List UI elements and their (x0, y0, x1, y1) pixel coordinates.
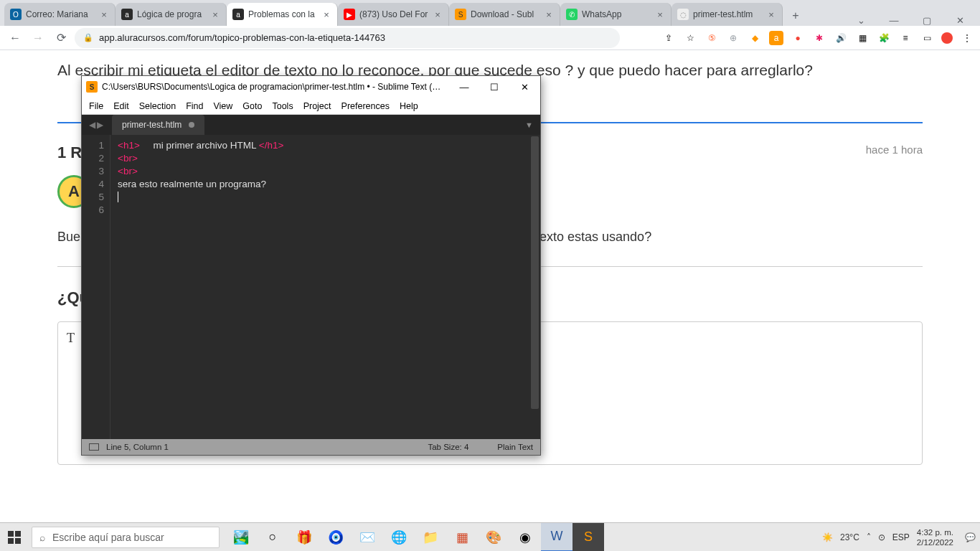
sublime-file-tab[interactable]: primer-test.htlm (112, 115, 204, 135)
menu-goto[interactable]: Goto (242, 101, 262, 111)
tray-notifications-icon[interactable]: 💬 (965, 532, 976, 542)
ext-icon[interactable]: a (769, 31, 783, 45)
tray-location-icon[interactable]: ⊙ (878, 532, 885, 542)
tab-local-file[interactable]: ◌primer-test.htlm× (672, 3, 783, 26)
taskbar-explorer-icon[interactable]: 📁 (415, 523, 446, 552)
tab-whatsapp[interactable]: ✆WhatsApp× (560, 3, 672, 26)
minimize-icon[interactable]: — (456, 82, 473, 93)
editor-scrollbar[interactable] (531, 136, 539, 409)
code-area[interactable]: <h1> mi primer archivo HTML </h1><br><br… (110, 135, 540, 439)
taskbar-word-icon[interactable]: W (541, 523, 573, 552)
close-icon[interactable]: ✕ (950, 15, 970, 26)
taskbar-edge-icon[interactable]: 🌐 (383, 523, 415, 552)
ext-icon[interactable]: 🔊 (834, 31, 848, 45)
ext-icon[interactable]: ✱ (812, 31, 826, 45)
sublime-window: S C:\Users\BURS\Documents\Logica de prog… (81, 75, 541, 456)
ext-icon[interactable]: ⑤ (705, 31, 719, 45)
reading-list-icon[interactable]: ≡ (898, 31, 913, 45)
tab-mail[interactable]: OCorreo: Mariana× (4, 3, 116, 26)
menu-find[interactable]: Find (186, 101, 203, 111)
close-icon[interactable]: ✕ (516, 82, 533, 93)
back-icon[interactable]: ← (6, 29, 24, 47)
minimize-icon[interactable]: — (884, 15, 904, 26)
menu-project[interactable]: Project (303, 101, 331, 111)
reply-placeholder: T (67, 331, 75, 346)
status-syntax[interactable]: Plain Text (497, 443, 533, 451)
tab-alura-1[interactable]: aLógica de progra× (116, 3, 227, 26)
system-tray: ☀️ 23°C ˄ ⊙ ESP 4:32 p. m. 2/12/2022 💬 (822, 527, 980, 547)
taskbar-paint-icon[interactable]: 🎨 (478, 523, 509, 552)
url-input[interactable]: 🔒 app.aluracursos.com/forum/topico-probl… (75, 28, 620, 48)
taskbar-search[interactable]: ⌕ Escribe aquí para buscar (32, 527, 220, 548)
close-icon[interactable]: × (99, 9, 109, 19)
ext-icon[interactable]: ⊕ (726, 31, 740, 45)
chevron-down-icon[interactable]: ⌄ (851, 15, 871, 26)
timestamp: hace 1 hora (866, 143, 923, 156)
star-icon[interactable]: ☆ (683, 31, 697, 45)
maximize-icon[interactable]: ☐ (486, 82, 503, 93)
extensions-icon[interactable]: 🧩 (877, 31, 891, 45)
tab-dropdown-icon[interactable]: ▼ (525, 121, 540, 129)
tab-sublime-dl[interactable]: SDownload - Subl× (449, 3, 560, 26)
taskbar-mail-icon[interactable]: ✉️ (352, 523, 383, 552)
share-icon[interactable]: ⇪ (661, 31, 676, 45)
close-icon[interactable]: × (210, 9, 220, 19)
maximize-icon[interactable]: ▢ (917, 15, 937, 26)
taskbar-store-icon[interactable]: 🧿 (320, 523, 352, 552)
menu-view[interactable]: View (213, 101, 232, 111)
svg-rect-2 (8, 538, 14, 544)
taskbar-powerpoint-icon[interactable]: ▦ (446, 523, 478, 552)
unsaved-dot-icon (189, 122, 194, 128)
sublime-icon: S (86, 81, 98, 93)
tab-alura-active[interactable]: aProblemas con la× (227, 3, 338, 26)
ext-icon[interactable]: ◆ (748, 31, 762, 45)
tray-chevron-icon[interactable]: ˄ (867, 532, 871, 542)
taskbar-chrome-icon[interactable]: ◉ (509, 523, 541, 552)
close-icon[interactable]: × (655, 9, 665, 19)
tray-lang[interactable]: ESP (892, 532, 910, 542)
ext-icon[interactable]: ▦ (855, 31, 870, 45)
weather-text[interactable]: 23°C (840, 532, 859, 542)
tab-next-icon[interactable]: ▶ (97, 120, 103, 130)
menu-tools[interactable]: Tools (272, 101, 293, 111)
menu-preferences[interactable]: Preferences (341, 101, 390, 111)
tray-clock[interactable]: 4:32 p. m. 2/12/2022 (917, 527, 958, 547)
close-icon[interactable]: × (433, 9, 443, 19)
status-tabsize[interactable]: Tab Size: 4 (428, 443, 468, 451)
tab-label: primer-test.htlm (122, 120, 182, 130)
sublime-menubar: File Edit Selection Find View Goto Tools… (82, 98, 540, 115)
status-line-col[interactable]: Line 5, Column 1 (106, 443, 169, 451)
menu-selection[interactable]: Selection (139, 101, 176, 111)
menu-help[interactable]: Help (400, 101, 418, 111)
taskbar-landscape-icon[interactable]: 🏞️ (225, 523, 257, 552)
close-icon[interactable]: × (766, 9, 776, 19)
tab-prev-icon[interactable]: ◀ (89, 120, 95, 130)
menu-icon[interactable]: ⋮ (960, 31, 974, 45)
sublime-statusbar: Line 5, Column 1 Tab Size: 4 Plain Text (82, 439, 540, 455)
taskbar-cortana-icon[interactable]: ○ (257, 523, 288, 552)
sublime-titlebar[interactable]: S C:\Users\BURS\Documents\Logica de prog… (82, 76, 540, 98)
taskbar-sublime-icon[interactable]: S (573, 523, 604, 552)
ext-icon[interactable]: ● (791, 31, 805, 45)
start-button[interactable] (0, 523, 29, 552)
sublime-editor[interactable]: 123456 <h1> mi primer archivo HTML </h1>… (82, 135, 540, 439)
search-icon: ⌕ (39, 532, 45, 543)
sublime-title-text: C:\Users\BURS\Documents\Logica de progra… (102, 82, 456, 92)
reload-icon[interactable]: ⟳ (52, 29, 70, 47)
menu-edit[interactable]: Edit (113, 101, 129, 111)
whatsapp-icon: ✆ (566, 9, 578, 20)
forward-icon[interactable]: → (29, 29, 47, 47)
menu-file[interactable]: File (89, 101, 103, 111)
weather-icon[interactable]: ☀️ (822, 532, 833, 542)
alura-icon: a (121, 9, 133, 20)
new-tab-button[interactable]: + (786, 6, 806, 26)
panel-icon[interactable] (89, 443, 99, 451)
account-icon[interactable]: ▭ (920, 31, 934, 45)
sublime-icon: S (455, 9, 466, 20)
extension-icons: ⇪ ☆ ⑤ ⊕ ◆ a ● ✱ 🔊 ▦ 🧩 ≡ ▭ ⋮ (661, 31, 974, 45)
record-icon[interactable] (941, 32, 953, 44)
taskbar-gift-icon[interactable]: 🎁 (288, 523, 320, 552)
tab-youtube[interactable]: ▶(873) Uso Del For× (338, 3, 449, 26)
close-icon[interactable]: × (544, 9, 554, 19)
close-icon[interactable]: × (321, 9, 331, 19)
